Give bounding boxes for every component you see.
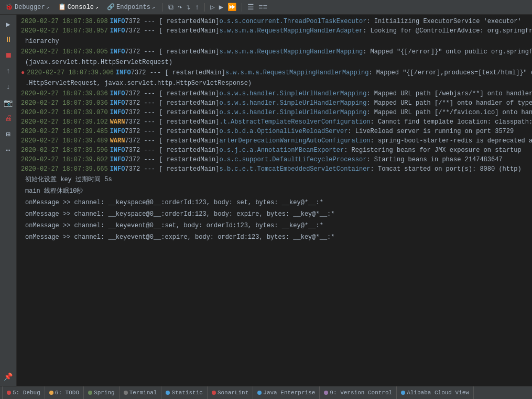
todo-label: 6: TODO bbox=[55, 390, 79, 396]
terminal-label: Terminal bbox=[129, 390, 157, 396]
status-todo[interactable]: 6: TODO bbox=[45, 386, 84, 399]
arrow-icon-3: ↗ bbox=[152, 4, 155, 10]
status-sonarlint[interactable]: SonarLint bbox=[208, 386, 253, 399]
toolbar-step-into[interactable]: ↴ bbox=[186, 3, 190, 12]
toolbar-console[interactable]: 📋 Console ↗ bbox=[56, 2, 101, 12]
java-dot bbox=[257, 391, 262, 395]
status-terminal[interactable]: Terminal bbox=[120, 386, 162, 399]
toolbar-step-over[interactable]: ↷ bbox=[178, 3, 182, 12]
icon-sidebar: ▶ ⏸ ⏹ ↑ ↓ 📷 🖨 ⊞ ⋯ 📌 bbox=[0, 15, 17, 386]
arrow-icon: ↗ bbox=[47, 4, 50, 10]
toolbar-endpoints[interactable]: 🔗 Endpoints ↗ bbox=[105, 2, 157, 12]
toolbar-debugger[interactable]: 🐞 Debugger ↗ bbox=[3, 2, 52, 12]
status-java-enterprise[interactable]: Java Enterprise bbox=[253, 386, 320, 399]
plain-log-on-message-4: onMessage >> channel: __keyevent@0__:exp… bbox=[17, 231, 532, 243]
console-output[interactable]: 2020-02-27 18:07:38.698 INFO 7372 --- [ … bbox=[17, 15, 532, 386]
log-line: 2020-02-27 18:07:39.602 INFO 7372 --- [ … bbox=[17, 155, 532, 164]
plain-log-on-message-1: onMessage >> channel: __keyspace@0__:ord… bbox=[17, 197, 532, 208]
sonar-dot bbox=[212, 391, 216, 395]
toolbar-resume[interactable]: ▷ bbox=[210, 3, 214, 12]
sidebar-pin-btn[interactable]: 📌 bbox=[1, 369, 16, 384]
toolbar-fast-forward[interactable]: ⏩ bbox=[227, 3, 236, 12]
sidebar-stop-btn[interactable]: ⏹ bbox=[1, 48, 16, 63]
vc-label: 9: Version Control bbox=[330, 390, 392, 396]
log-line: 2020-02-27 18:07:39.036 INFO 7372 --- [ … bbox=[17, 89, 532, 98]
alibaba-label: Alibaba Cloud View bbox=[407, 390, 469, 396]
sidebar-more-btn[interactable]: ⋯ bbox=[1, 142, 16, 157]
statistic-dot bbox=[166, 391, 170, 395]
sidebar-step-btn[interactable]: ↑ bbox=[1, 64, 16, 79]
log-line: 2020-02-27 18:07:38.957 INFO 7372 --- [ … bbox=[17, 26, 532, 36]
log-line: 2020-02-27 18:07:38.698 INFO 7372 --- [ … bbox=[17, 17, 532, 26]
log-line: 2020-02-27 18:07:39.485 INFO 7372 --- [ … bbox=[17, 127, 532, 136]
log-line: 2020-02-27 18:07:39.036 INFO 7372 --- [ … bbox=[17, 98, 532, 108]
sidebar-print-btn[interactable]: 🖨 bbox=[1, 111, 16, 126]
sidebar-grid-btn[interactable]: ⊞ bbox=[1, 127, 16, 141]
status-debug[interactable]: 5: Debug bbox=[2, 386, 45, 399]
sidebar-pause-btn[interactable]: ⏸ bbox=[1, 32, 16, 47]
toolbar: 🐞 Debugger ↗ 📋 Console ↗ 🔗 Endpoints ↗ ⧉… bbox=[0, 0, 532, 15]
statistic-label: Statistic bbox=[171, 390, 202, 396]
todo-dot bbox=[49, 391, 53, 395]
main-area: ▶ ⏸ ⏹ ↑ ↓ 📷 🖨 ⊞ ⋯ 📌 2020-02-27 18:07:38.… bbox=[0, 15, 532, 386]
log-line: 2020-02-27 18:07:39.070 INFO 7372 --- [ … bbox=[17, 108, 532, 117]
status-bar: 5: Debug 6: TODO Spring Terminal Statist… bbox=[0, 386, 532, 399]
endpoints-icon: 🔗 bbox=[107, 3, 115, 11]
spring-label: Spring bbox=[94, 390, 115, 396]
arrow-icon-2: ↗ bbox=[95, 4, 99, 10]
toolbar-step-out[interactable]: ↑ bbox=[195, 3, 199, 12]
toolbar-separator-3 bbox=[242, 3, 242, 12]
log-line: 2020-02-27 18:07:39.489 WARN 7372 --- [ … bbox=[17, 136, 532, 146]
status-spring[interactable]: Spring bbox=[84, 386, 120, 399]
toolbar-more[interactable]: ≡≡ bbox=[258, 3, 267, 12]
status-statistic[interactable]: Statistic bbox=[161, 386, 207, 399]
java-label: Java Enterprise bbox=[263, 390, 315, 396]
sidebar-play-btn[interactable]: ▶ bbox=[1, 17, 16, 31]
bug-icon: 🐞 bbox=[5, 3, 13, 11]
toolbar-copy[interactable]: ⧉ bbox=[168, 3, 173, 12]
vc-dot bbox=[324, 391, 328, 395]
log-continuation: .HttpServletRequest, javax.servlet.http.… bbox=[17, 77, 532, 89]
plain-log-sleep: main 线程休眠10秒 bbox=[17, 185, 532, 197]
console-icon: 📋 bbox=[58, 3, 66, 11]
plain-log-on-message-3: onMessage >> channel: __keyevent@0__:set… bbox=[17, 220, 532, 231]
toolbar-run[interactable]: ▶ bbox=[219, 3, 223, 12]
log-continuation: (javax.servlet.http.HttpServletRequest) bbox=[17, 57, 532, 68]
plain-log-init-key: 初始化设置 key 过期时间 5s bbox=[17, 174, 532, 185]
debug-label: 5: Debug bbox=[13, 390, 40, 396]
toolbar-separator-2 bbox=[204, 3, 205, 12]
toolbar-separator bbox=[162, 3, 163, 12]
log-line: 2020-02-27 18:07:39.005 INFO 7372 --- [ … bbox=[17, 47, 532, 57]
log-line: 2020-02-27 18:07:39.596 INFO 7372 --- [ … bbox=[17, 146, 532, 155]
terminal-dot bbox=[124, 391, 128, 395]
breakpoint-dot: ● bbox=[21, 68, 25, 77]
log-line: ● 2020-02-27 18:07:39.006 INFO 7372 --- … bbox=[17, 68, 532, 77]
sidebar-step-down-btn[interactable]: ↓ bbox=[1, 80, 16, 94]
log-line: 2020-02-27 18:07:39.665 INFO 7372 --- [ … bbox=[17, 164, 532, 174]
sonar-label: SonarLint bbox=[218, 390, 248, 396]
sidebar-camera-btn[interactable]: 📷 bbox=[1, 95, 16, 110]
log-continuation: hierarchy bbox=[17, 36, 532, 47]
debug-dot bbox=[7, 391, 11, 395]
log-line: 2020-02-27 18:07:39.102 WARN 7372 --- [ … bbox=[17, 117, 532, 127]
toolbar-settings[interactable]: ☰ bbox=[247, 3, 254, 12]
spring-dot bbox=[88, 391, 92, 395]
plain-log-on-message-2: onMessage >> channel: __keyspace@0__:ord… bbox=[17, 208, 532, 220]
status-version-control[interactable]: 9: Version Control bbox=[320, 386, 397, 399]
alibaba-dot bbox=[401, 391, 405, 395]
status-alibaba[interactable]: Alibaba Cloud View bbox=[397, 386, 474, 399]
